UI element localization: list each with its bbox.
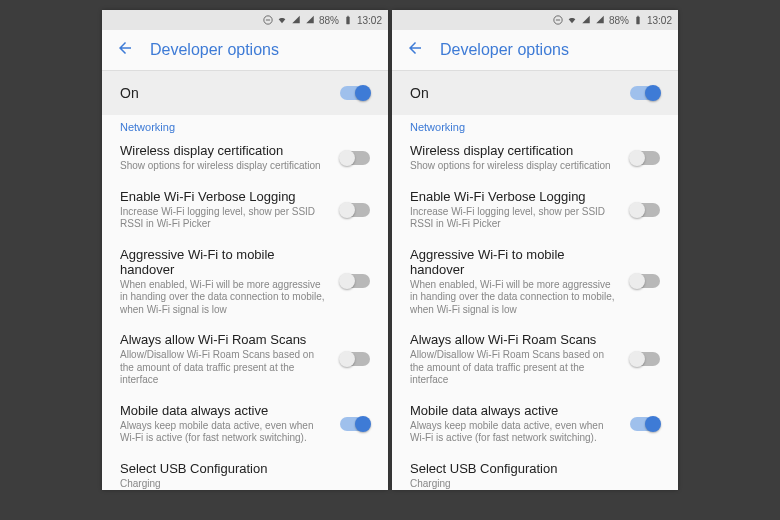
master-switch-toggle[interactable] <box>340 86 370 100</box>
verbose-logging-toggle[interactable] <box>630 203 660 217</box>
row-roam-scans[interactable]: Always allow Wi-Fi Roam ScansAllow/Disal… <box>392 324 678 395</box>
wireless-display-toggle[interactable] <box>340 151 370 165</box>
settings-list: On Networking Wireless display certifica… <box>102 71 388 490</box>
row-mobile-data-active[interactable]: Mobile data always activeAlways keep mob… <box>102 395 388 453</box>
roam-scans-sub: Allow/Disallow Wi-Fi Roam Scans based on… <box>120 349 330 387</box>
battery-icon <box>343 15 353 25</box>
master-switch-label: On <box>410 85 429 101</box>
row-wireless-display[interactable]: Wireless display certificationShow optio… <box>102 135 388 181</box>
page-title: Developer options <box>440 41 569 59</box>
svg-rect-7 <box>637 16 639 17</box>
battery-percent: 88% <box>609 15 629 26</box>
wireless-display-toggle[interactable] <box>630 151 660 165</box>
svg-rect-5 <box>556 20 560 21</box>
mobile-data-active-toggle[interactable] <box>630 417 660 431</box>
wifi-icon <box>567 15 577 25</box>
svg-rect-1 <box>266 20 270 21</box>
aggressive-handover-label: Aggressive Wi-Fi to mobile handover <box>410 247 620 277</box>
master-switch-toggle[interactable] <box>630 86 660 100</box>
svg-rect-3 <box>347 16 349 17</box>
roam-scans-label: Always allow Wi-Fi Roam Scans <box>120 332 330 347</box>
verbose-logging-label: Enable Wi-Fi Verbose Logging <box>410 189 620 204</box>
dnd-icon <box>553 15 563 25</box>
aggressive-handover-sub: When enabled, Wi-Fi will be more aggress… <box>410 279 620 317</box>
usb-config-label: Select USB Configuration <box>410 461 650 476</box>
master-switch-row[interactable]: On <box>102 71 388 115</box>
verbose-logging-label: Enable Wi-Fi Verbose Logging <box>120 189 330 204</box>
row-wireless-display[interactable]: Wireless display certificationShow optio… <box>392 135 678 181</box>
row-usb-config[interactable]: Select USB ConfigurationCharging <box>392 453 678 491</box>
roam-scans-label: Always allow Wi-Fi Roam Scans <box>410 332 620 347</box>
app-bar: Developer options <box>392 30 678 71</box>
row-usb-config[interactable]: Select USB ConfigurationCharging <box>102 453 388 491</box>
back-icon[interactable] <box>406 39 424 61</box>
phone-left: 88% 13:02 Developer options On Networkin… <box>102 10 388 490</box>
aggressive-handover-toggle[interactable] <box>340 274 370 288</box>
status-bar: 88% 13:02 <box>102 10 388 30</box>
battery-percent: 88% <box>319 15 339 26</box>
phone-right: 88% 13:02 Developer options On Networkin… <box>392 10 678 490</box>
row-verbose-logging[interactable]: Enable Wi-Fi Verbose LoggingIncrease Wi-… <box>102 181 388 239</box>
svg-rect-6 <box>636 17 639 25</box>
svg-rect-2 <box>346 17 349 25</box>
row-roam-scans[interactable]: Always allow Wi-Fi Roam ScansAllow/Disal… <box>102 324 388 395</box>
app-bar: Developer options <box>102 30 388 71</box>
mobile-data-active-label: Mobile data always active <box>410 403 620 418</box>
roam-scans-sub: Allow/Disallow Wi-Fi Roam Scans based on… <box>410 349 620 387</box>
verbose-logging-toggle[interactable] <box>340 203 370 217</box>
mobile-data-active-toggle[interactable] <box>340 417 370 431</box>
row-aggressive-handover[interactable]: Aggressive Wi-Fi to mobile handoverWhen … <box>102 239 388 325</box>
mobile-data-active-sub: Always keep mobile data active, even whe… <box>410 420 620 445</box>
row-mobile-data-active[interactable]: Mobile data always activeAlways keep mob… <box>392 395 678 453</box>
signal-icon <box>291 15 301 25</box>
aggressive-handover-toggle[interactable] <box>630 274 660 288</box>
dnd-icon <box>263 15 273 25</box>
wireless-display-sub: Show options for wireless display certif… <box>120 160 330 173</box>
row-aggressive-handover[interactable]: Aggressive Wi-Fi to mobile handoverWhen … <box>392 239 678 325</box>
verbose-logging-sub: Increase Wi-Fi logging level, show per S… <box>120 206 330 231</box>
aggressive-handover-sub: When enabled, Wi-Fi will be more aggress… <box>120 279 330 317</box>
aggressive-handover-label: Aggressive Wi-Fi to mobile handover <box>120 247 330 277</box>
verbose-logging-sub: Increase Wi-Fi logging level, show per S… <box>410 206 620 231</box>
usb-config-sub: Charging <box>120 478 360 491</box>
battery-icon <box>633 15 643 25</box>
usb-config-sub: Charging <box>410 478 650 491</box>
wireless-display-sub: Show options for wireless display certif… <box>410 160 620 173</box>
status-bar: 88% 13:02 <box>392 10 678 30</box>
wifi-icon <box>277 15 287 25</box>
back-icon[interactable] <box>116 39 134 61</box>
clock: 13:02 <box>357 15 382 26</box>
settings-list: On Networking Wireless display certifica… <box>392 71 678 490</box>
master-switch-row[interactable]: On <box>392 71 678 115</box>
usb-config-label: Select USB Configuration <box>120 461 360 476</box>
mobile-data-active-sub: Always keep mobile data active, even whe… <box>120 420 330 445</box>
wireless-display-label: Wireless display certification <box>120 143 330 158</box>
mobile-data-active-label: Mobile data always active <box>120 403 330 418</box>
signal-icon <box>581 15 591 25</box>
roam-scans-toggle[interactable] <box>630 352 660 366</box>
page-title: Developer options <box>150 41 279 59</box>
signal2-icon <box>595 15 605 25</box>
row-verbose-logging[interactable]: Enable Wi-Fi Verbose LoggingIncrease Wi-… <box>392 181 678 239</box>
section-networking: Networking <box>392 115 678 135</box>
signal2-icon <box>305 15 315 25</box>
roam-scans-toggle[interactable] <box>340 352 370 366</box>
wireless-display-label: Wireless display certification <box>410 143 620 158</box>
clock: 13:02 <box>647 15 672 26</box>
master-switch-label: On <box>120 85 139 101</box>
section-networking: Networking <box>102 115 388 135</box>
